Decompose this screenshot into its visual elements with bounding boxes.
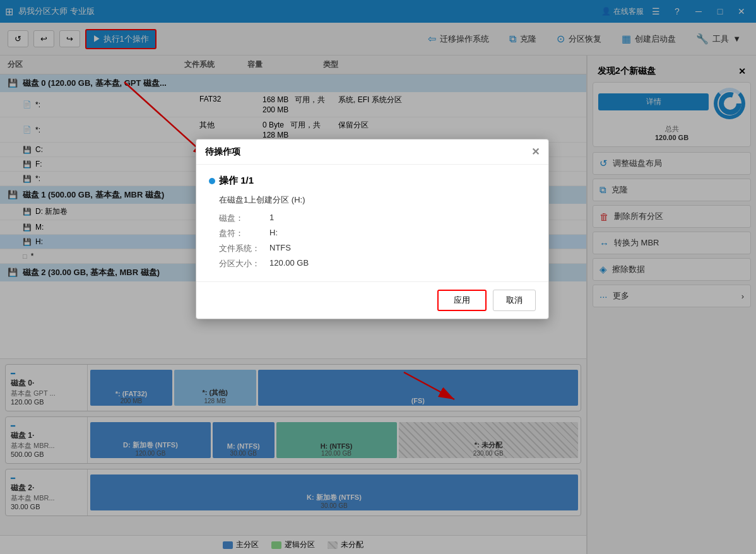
dialog-op-desc: 在磁盘1上创建分区 (H:): [209, 194, 536, 206]
apply-btn[interactable]: 应用: [437, 290, 487, 311]
dialog-body: 操作 1/1 在磁盘1上创建分区 (H:) 磁盘： 1 盘符： H: 文件系统：…: [196, 165, 548, 281]
dialog-title: 待操作项: [205, 146, 240, 158]
dialog-field-fs: 文件系统： NTFS: [209, 241, 536, 256]
dialog-header: 待操作项 ✕: [196, 139, 548, 165]
dialog-field-size: 分区大小： 120.00 GB: [209, 256, 536, 271]
dialog-overlay: 待操作项 ✕ 操作 1/1 在磁盘1上创建分区 (H:) 磁盘： 1 盘符： H…: [0, 0, 756, 554]
op-dot: [209, 178, 215, 184]
cancel-btn[interactable]: 取消: [493, 290, 536, 311]
dialog-footer: 应用 取消: [196, 281, 548, 319]
dialog-field-letter: 盘符： H:: [209, 226, 536, 241]
dialog-op-label: 操作 1/1: [219, 175, 254, 187]
dialog-field-disk: 磁盘： 1: [209, 211, 536, 226]
pending-ops-dialog: 待操作项 ✕ 操作 1/1 在磁盘1上创建分区 (H:) 磁盘： 1 盘符： H…: [196, 139, 549, 319]
dialog-close-btn[interactable]: ✕: [531, 146, 540, 158]
dialog-op-title: 操作 1/1: [209, 175, 536, 187]
